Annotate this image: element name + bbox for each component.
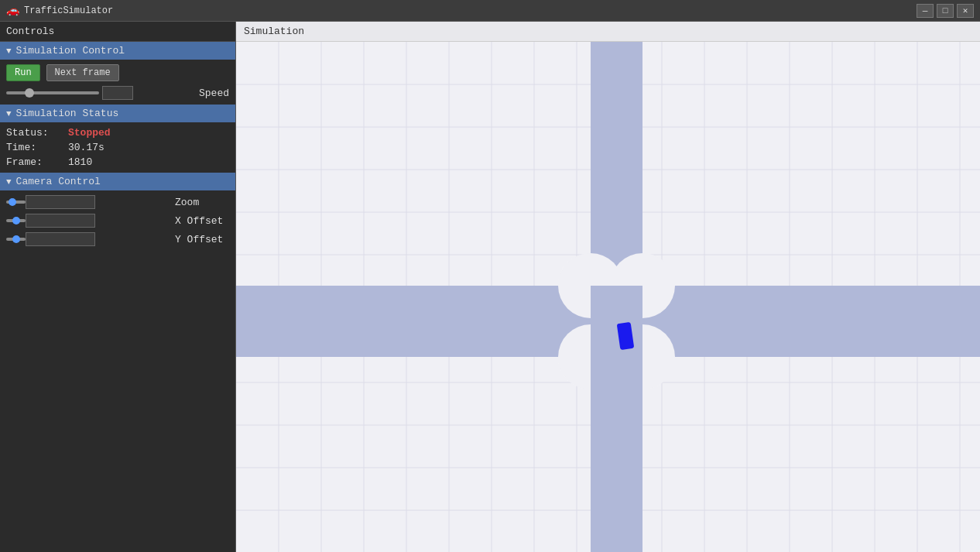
svg-point-44 [610,324,675,389]
zoom-row: 10.513 Zoom [6,195,229,209]
speed-slider[interactable] [6,91,99,94]
time-value: 30.17s [68,142,105,153]
svg-point-41 [558,253,623,318]
svg-point-33 [558,324,623,389]
svg-rect-36 [558,286,687,357]
x-offset-row: 0.000 X Offset [6,214,229,228]
svg-rect-37 [591,42,642,286]
controls-header: Controls [0,22,235,42]
svg-rect-30 [236,286,980,357]
zoom-label: Zoom [175,197,229,208]
maximize-button[interactable]: □ [937,4,954,18]
svg-rect-29 [591,42,642,552]
speed-value-input[interactable]: 3 [102,86,133,100]
speed-row: 3 Speed [6,86,229,100]
sim-status-arrow-icon: ▼ [6,109,12,118]
app-icon: 🚗 [6,4,19,17]
time-row: Time: 30.17s [6,142,229,153]
sim-control-arrow-icon: ▼ [6,46,12,56]
svg-rect-38 [591,357,642,552]
sim-control-label: Simulation Control [16,45,125,57]
y-offset-input[interactable]: 0.000 [26,232,95,246]
svg-rect-50 [617,322,635,350]
svg-rect-35 [591,253,642,388]
run-button[interactable]: Run [6,64,40,81]
svg-rect-45 [591,42,642,253]
camera-control-header[interactable]: ▼ Camera Control [0,173,235,190]
status-key: Status: [6,127,68,139]
camera-label: Camera Control [16,176,101,187]
svg-rect-47 [236,286,558,357]
titlebar-controls: — □ ✕ [917,4,974,18]
x-offset-label: X Offset [175,215,229,227]
sim-status-label: Simulation Status [16,108,119,119]
minimize-button[interactable]: — [917,4,934,18]
time-key: Time: [6,142,68,153]
y-offset-row: 0.000 Y Offset [6,232,229,246]
svg-rect-46 [591,357,642,552]
svg-rect-40 [642,286,980,357]
svg-point-34 [610,324,675,389]
simulation-status-header[interactable]: ▼ Simulation Status [0,105,235,122]
titlebar-left: 🚗 TrafficSimulator [6,4,113,17]
speed-slider-container: 3 [6,86,193,100]
simulation-view[interactable]: Simulation [236,22,980,552]
svg-rect-48 [675,286,980,357]
svg-rect-49 [591,286,642,357]
simulation-control-header[interactable]: ▼ Simulation Control [0,42,235,60]
titlebar: 🚗 TrafficSimulator — □ ✕ [0,0,980,22]
next-frame-button[interactable]: Next frame [46,64,119,81]
x-offset-input[interactable]: 0.000 [26,214,95,228]
svg-point-31 [558,253,623,318]
y-offset-slider-container: 0.000 [6,232,169,246]
zoom-slider[interactable] [6,201,26,204]
zoom-input[interactable]: 10.513 [26,195,95,209]
main-layout: Controls ▼ Simulation Control Run Next f… [0,22,980,552]
run-row: Run Next frame [6,64,229,81]
frame-key: Frame: [6,156,68,168]
camera-arrow-icon: ▼ [6,177,12,187]
y-offset-slider[interactable] [6,238,26,241]
x-offset-slider[interactable] [6,219,26,222]
svg-rect-39 [236,286,591,357]
x-offset-slider-container: 0.000 [6,214,169,228]
frame-row: Frame: 1810 [6,156,229,168]
sim-status-body: Status: Stopped Time: 30.17s Frame: 1810 [0,122,235,173]
svg-point-42 [610,253,675,318]
status-row: Status: Stopped [6,127,229,139]
svg-point-43 [558,324,623,389]
left-panel: Controls ▼ Simulation Control Run Next f… [0,22,236,552]
camera-control-body: 10.513 Zoom 0.000 X Offset 0.000 Y Offse… [0,190,235,251]
y-offset-label: Y Offset [175,234,229,245]
simulation-svg [236,42,980,552]
status-value: Stopped [68,127,111,139]
simulation-header: Simulation [236,22,980,42]
speed-label: Speed [199,87,229,99]
svg-rect-0 [236,42,980,552]
sim-control-body: Run Next frame 3 Speed [0,60,235,105]
svg-point-32 [610,253,675,318]
titlebar-title: TrafficSimulator [24,5,113,16]
simulation-canvas[interactable] [236,42,980,552]
frame-value: 1810 [68,156,92,168]
close-button[interactable]: ✕ [957,4,974,18]
zoom-slider-container: 10.513 [6,195,169,209]
